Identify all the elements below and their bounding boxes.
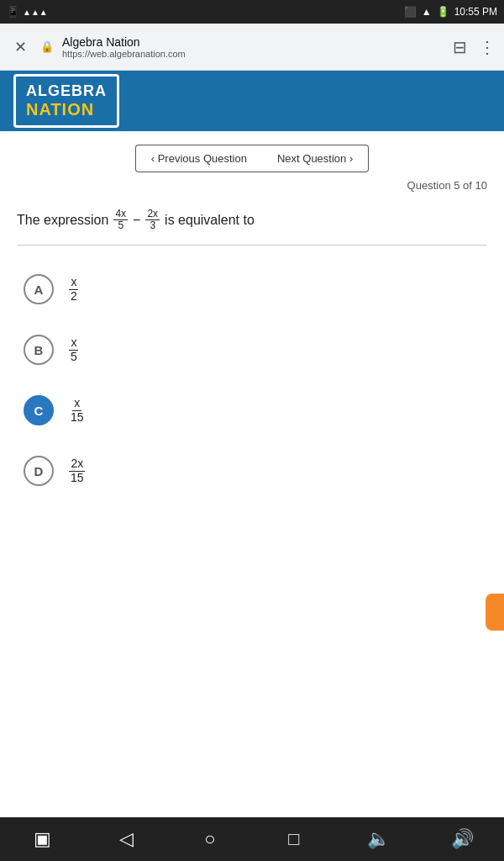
answer-choices: A x 2 B x 5 C x 15 — [17, 259, 487, 501]
choice-d-circle[interactable]: D — [24, 456, 54, 486]
choice-d[interactable]: D 2x 15 — [17, 441, 487, 501]
fraction2-denominator: 3 — [148, 220, 157, 231]
time-display: 10:55 PM — [454, 6, 497, 18]
choice-c-circle[interactable]: C — [24, 395, 54, 425]
browser-title: Algebra Nation — [62, 35, 444, 49]
choice-a-den: 2 — [69, 290, 79, 303]
choice-a[interactable]: A x 2 — [17, 259, 487, 320]
battery-icon: 🔋 — [437, 6, 449, 18]
floating-badge — [486, 594, 504, 631]
choice-b-value: x 5 — [69, 336, 79, 363]
fraction1-numerator: 4x — [113, 209, 128, 220]
browser-close-button[interactable]: ✕ — [8, 35, 32, 59]
fraction-2: 2x 3 — [145, 209, 160, 231]
choice-b-den: 5 — [69, 351, 79, 363]
choice-a-value: x 2 — [69, 276, 79, 303]
logo: ALGEBRA NATION — [13, 74, 119, 128]
browser-menu-button[interactable]: ⋮ — [479, 37, 496, 57]
fraction-1: 4x 5 — [113, 209, 128, 231]
choice-b[interactable]: B x 5 — [17, 320, 487, 380]
wifi-icon: ▲ — [422, 6, 432, 18]
choice-a-label: A — [34, 283, 44, 297]
choice-d-value: 2x 15 — [69, 457, 86, 484]
screen-record-button[interactable]: ▣ — [22, 819, 62, 859]
signal-icons: ▲▲▲ — [23, 8, 48, 17]
browser-url: https://web.algebranation.com — [62, 49, 444, 59]
fraction2-numerator: 2x — [145, 209, 160, 220]
browser-address-area[interactable]: Algebra Nation https://web.algebranation… — [62, 35, 444, 59]
choice-c-num: x — [72, 397, 81, 410]
phone-icon: 📱 — [7, 6, 19, 18]
vol-down-icon: 🔈 — [367, 828, 390, 850]
previous-question-button[interactable]: ‹ Previous Question — [135, 145, 262, 172]
recents-icon: □ — [288, 828, 299, 850]
status-bar: 📱 ▲▲▲ ⬛ ▲ 🔋 10:55 PM — [0, 0, 504, 24]
volume-down-button[interactable]: 🔈 — [358, 819, 398, 859]
browser-chrome: ✕ 🔒 Algebra Nation https://web.algebrana… — [0, 24, 504, 71]
choice-a-num: x — [69, 276, 78, 289]
question-text: The expression 4x 5 − 2x 3 is equivalent… — [17, 209, 487, 231]
cast-icon: ⬛ — [404, 6, 417, 18]
question-divider — [17, 245, 487, 246]
home-button[interactable]: ○ — [190, 819, 230, 859]
browser-lock-icon: 🔒 — [40, 40, 54, 53]
vol-up-icon: 🔊 — [451, 828, 474, 850]
choice-d-num: 2x — [69, 457, 85, 471]
bookmark-button[interactable]: ⊟ — [453, 37, 467, 57]
choice-b-label: B — [34, 343, 44, 357]
app-header: ALGEBRA NATION — [0, 71, 504, 131]
choice-a-circle[interactable]: A — [24, 274, 54, 304]
back-icon: ◁ — [119, 828, 134, 850]
next-question-button[interactable]: Next Question › — [262, 145, 369, 172]
choice-c[interactable]: C x 15 — [17, 380, 487, 441]
status-icons-left: 📱 ▲▲▲ — [7, 6, 48, 18]
choice-c-value: x 15 — [69, 397, 86, 424]
screen-icon: ▣ — [34, 828, 51, 850]
main-content: ‹ Previous Question Next Question › Ques… — [0, 131, 504, 515]
question-counter: Question 5 of 10 — [17, 179, 487, 192]
back-button[interactable]: ◁ — [106, 819, 146, 859]
logo-line2: NATION — [26, 100, 107, 119]
volume-up-button[interactable]: 🔊 — [442, 819, 482, 859]
choice-c-label: C — [34, 404, 44, 418]
fraction1-denominator: 5 — [116, 220, 125, 231]
logo-line1: ALGEBRA — [26, 83, 107, 100]
choice-d-label: D — [34, 464, 44, 478]
choice-b-num: x — [69, 336, 78, 350]
question-prefix: The expression — [17, 209, 108, 231]
operator: − — [133, 209, 140, 231]
choice-d-den: 15 — [69, 472, 86, 484]
browser-actions: ⊟ ⋮ — [453, 37, 496, 57]
bottom-nav-bar: ▣ ◁ ○ □ 🔈 🔊 — [0, 817, 504, 861]
question-suffix: is equivalent to — [165, 209, 255, 231]
navigation-buttons: ‹ Previous Question Next Question › — [17, 145, 487, 172]
choice-b-circle[interactable]: B — [24, 335, 54, 365]
home-icon: ○ — [204, 828, 215, 850]
choice-c-den: 15 — [69, 411, 86, 424]
status-icons-right: ⬛ ▲ 🔋 10:55 PM — [404, 6, 497, 18]
recents-button[interactable]: □ — [274, 819, 314, 859]
